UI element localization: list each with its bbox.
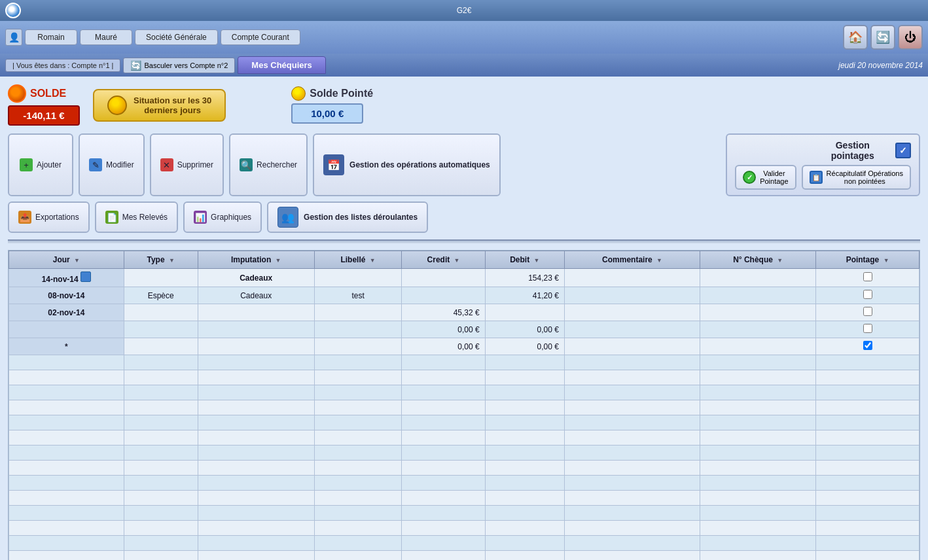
- cell-ncheque: [700, 304, 816, 321]
- cell-empty: [564, 536, 700, 551]
- col-pointage[interactable]: Pointage ▼: [816, 251, 919, 269]
- exportations-button[interactable]: 📤 Exportations: [8, 201, 90, 233]
- user-icon[interactable]: 👤: [5, 29, 22, 46]
- col-ncheque[interactable]: N° Chèque ▼: [700, 251, 816, 269]
- cell-empty: [700, 491, 816, 506]
- cell-empty: [124, 536, 198, 551]
- col-commentaire[interactable]: Commentaire ▼: [564, 251, 700, 269]
- table-row-empty: [9, 400, 919, 415]
- col-libelle[interactable]: Libellé ▼: [314, 251, 402, 269]
- home-button[interactable]: 🏠: [843, 25, 868, 50]
- cell-pointage[interactable]: [816, 338, 919, 355]
- clipboard-icon: 📋: [810, 171, 823, 184]
- pointage-checkbox[interactable]: [863, 341, 872, 350]
- cell-pointage[interactable]: [816, 287, 919, 304]
- gestion-listes-button[interactable]: 👥 Gestion des listes déroulantes: [267, 201, 428, 233]
- modifier-button[interactable]: ✎ Modifier: [79, 133, 145, 196]
- cell-empty: [816, 506, 919, 521]
- toolbar: 👤 Romain Mauré Société Générale Compte C…: [0, 21, 928, 54]
- cell-empty: [314, 355, 402, 370]
- table-row[interactable]: 08-nov-14EspèceCadeauxtest41,20 €: [9, 287, 919, 304]
- cell-debit: 0,00 €: [485, 321, 564, 338]
- cell-empty: [124, 506, 198, 521]
- cell-pointage[interactable]: [816, 321, 919, 338]
- table-row[interactable]: *0,00 €0,00 €: [9, 338, 919, 355]
- cell-empty: [198, 385, 314, 400]
- valider-pointage-btn[interactable]: ✓ Valider Pointage: [735, 165, 796, 190]
- cell-empty: [314, 415, 402, 430]
- gestion-auto-button[interactable]: 📅 Gestion des opérations automatiques: [313, 133, 501, 196]
- gestion-title-row: Gestion pointages ✓: [735, 140, 911, 161]
- cell-empty: [124, 521, 198, 536]
- gestion-btns: ✓ Valider Pointage 📋 Récapitulatif Opéra…: [735, 165, 911, 190]
- switch-account-btn[interactable]: 🔄 Basculer vers Compte n°2: [123, 58, 235, 73]
- libelle-sort-icon: ▼: [370, 257, 376, 264]
- tab-societe[interactable]: Société Générale: [135, 29, 218, 45]
- cell-empty: [124, 355, 198, 370]
- cell-empty: [564, 400, 700, 415]
- solde-pointe-value: 10,00 €: [291, 103, 363, 124]
- cell-empty: [124, 476, 198, 491]
- tab-romain[interactable]: Romain: [25, 29, 77, 45]
- active-tab[interactable]: Mes Chéquiers: [238, 56, 325, 74]
- table-row[interactable]: 14-nov-14 Cadeaux154,23 €: [9, 269, 919, 287]
- solde-pointe-block: Solde Pointé 10,00 €: [291, 86, 373, 124]
- recap-operations-btn[interactable]: 📋 Récapitulatif Opérations non pointées: [802, 165, 911, 190]
- situation-label: Situation sur les 30 derniers jours: [134, 96, 211, 115]
- mes-releves-button[interactable]: 📄 Mes Relevés: [95, 201, 178, 233]
- cell-empty: [198, 506, 314, 521]
- graphiques-button[interactable]: 📊 Graphiques: [183, 201, 262, 233]
- cell-empty: [314, 476, 402, 491]
- solde-label: SOLDE: [8, 84, 66, 103]
- gestion-checkbox[interactable]: ✓: [895, 143, 911, 158]
- cell-empty: [124, 370, 198, 385]
- col-imputation[interactable]: Imputation ▼: [198, 251, 314, 269]
- cell-empty: [564, 446, 700, 461]
- cell-empty: [485, 415, 564, 430]
- jour-sort-icon: ▼: [74, 257, 80, 264]
- cell-empty: [124, 551, 198, 561]
- cell-pointage[interactable]: [816, 304, 919, 321]
- cell-pointage[interactable]: [816, 269, 919, 287]
- power-button[interactable]: ⏻: [898, 25, 923, 50]
- cell-empty: [9, 551, 124, 561]
- cell-empty: [816, 551, 919, 561]
- col-debit[interactable]: Debit ▼: [485, 251, 564, 269]
- pointage-checkbox[interactable]: [863, 324, 872, 333]
- col-credit[interactable]: Credit ▼: [402, 251, 485, 269]
- cell-empty: [124, 385, 198, 400]
- separator: [8, 239, 920, 243]
- rechercher-button[interactable]: 🔍 Rechercher: [229, 133, 308, 196]
- cell-commentaire: [564, 304, 700, 321]
- calendar-icon[interactable]: [80, 271, 91, 282]
- gestion-listes-label: Gestion des listes déroulantes: [304, 213, 418, 222]
- cell-debit: 0,00 €: [485, 338, 564, 355]
- breadcrumb: | Vous êtes dans : Compte n°1 |: [5, 59, 120, 72]
- solde-icon: [8, 84, 26, 103]
- cell-type: Espèce: [124, 287, 198, 304]
- cell-empty: [402, 415, 485, 430]
- pointage-checkbox[interactable]: [863, 307, 872, 316]
- situation-button[interactable]: Situation sur les 30 derniers jours: [93, 89, 226, 122]
- tab-compte[interactable]: Compte Courant: [221, 29, 300, 45]
- col-jour[interactable]: Jour ▼: [9, 251, 124, 269]
- cell-empty: [314, 446, 402, 461]
- col-type[interactable]: Type ▼: [124, 251, 198, 269]
- cell-imputation: Cadeaux: [198, 287, 314, 304]
- table-row[interactable]: 0,00 €0,00 €: [9, 321, 919, 338]
- ajouter-button[interactable]: + Ajouter: [8, 133, 73, 196]
- refresh-icon: 🔄: [130, 60, 141, 71]
- cell-empty: [402, 400, 485, 415]
- pointage-checkbox[interactable]: [863, 272, 872, 281]
- cell-empty: [485, 385, 564, 400]
- supprimer-button[interactable]: ✕ Supprimer: [150, 133, 224, 196]
- refresh-button[interactable]: 🔄: [870, 25, 895, 50]
- cell-empty: [816, 385, 919, 400]
- exportations-icon: 📤: [18, 211, 31, 224]
- cell-empty: [564, 491, 700, 506]
- pointage-checkbox[interactable]: [863, 290, 872, 299]
- tab-maure[interactable]: Mauré: [80, 29, 132, 45]
- cell-empty: [314, 400, 402, 415]
- table-row[interactable]: 02-nov-1445,32 €: [9, 304, 919, 321]
- table-row-empty: [9, 355, 919, 370]
